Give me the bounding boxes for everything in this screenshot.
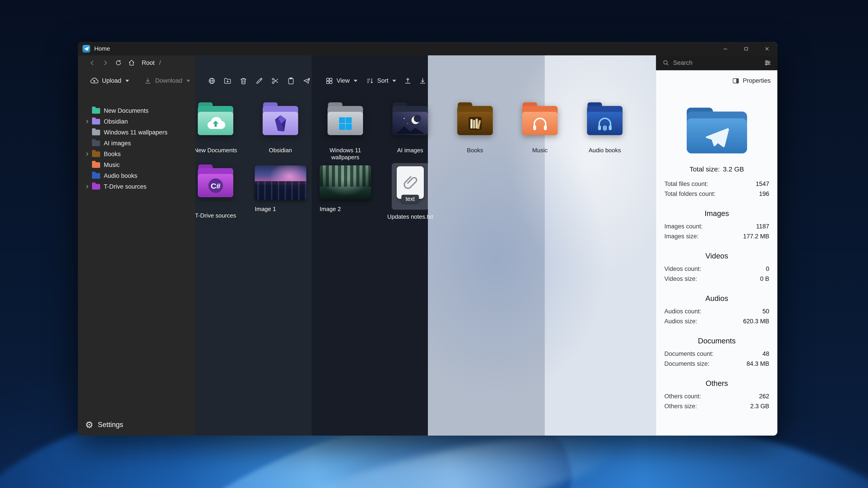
cloud-upload-emblem: [198, 112, 233, 135]
share-link-button[interactable]: [206, 74, 218, 87]
sort-label: Sort: [377, 77, 389, 84]
chevron-right-icon[interactable]: [84, 183, 91, 191]
stat-label: Others size:: [664, 403, 697, 410]
chevron-right-icon[interactable]: [84, 118, 91, 125]
download-button[interactable]: Download: [141, 74, 193, 88]
search-input[interactable]: [673, 59, 764, 66]
sidebar-item-windows-11-wallpapers[interactable]: Windows 11 wallpapers: [78, 127, 195, 138]
obsidian-crystal-emblem: [263, 112, 298, 135]
moon-night-emblem: [393, 112, 428, 135]
section-documents: Documents Documents count:48 Documents s…: [664, 337, 769, 369]
ai-images-folder-icon: [393, 102, 428, 135]
sidebar-item-label: Obsidian: [104, 118, 128, 125]
stat-row: Others size:2.3 GB: [664, 401, 769, 411]
stat-label: Videos count:: [664, 265, 701, 272]
telegram-app-icon: [83, 45, 90, 53]
total-size-label: Total size:: [690, 165, 720, 173]
upload-tasks-button[interactable]: [401, 74, 414, 87]
chevron-right-icon[interactable]: [84, 150, 91, 158]
paste-button[interactable]: [285, 74, 297, 87]
sidebar-item-ai-images[interactable]: AI images: [78, 138, 195, 149]
view-label: View: [337, 77, 350, 84]
download-tasks-button[interactable]: [416, 74, 429, 87]
file-type-badge: text: [401, 195, 418, 203]
tile-image-1[interactable]: Image 1: [248, 163, 313, 220]
stat-value: 0 B: [760, 275, 769, 283]
section-audios: Audios Audios count:50 Audios size:620.3…: [664, 294, 769, 326]
settings-button[interactable]: ⚙ Settings: [85, 420, 123, 429]
upload-button[interactable]: Upload: [87, 74, 132, 88]
csharp-logo-emblem: C#: [198, 174, 233, 197]
folder-plus-icon: [223, 76, 232, 85]
forward-button[interactable]: [99, 57, 112, 69]
refresh-button[interactable]: [112, 57, 125, 69]
stat-label: Documents size:: [664, 360, 710, 367]
tile-books[interactable]: Books: [442, 102, 507, 161]
tile-audio-books[interactable]: Audio books: [572, 102, 637, 161]
send-button[interactable]: [301, 74, 313, 87]
tile-obsidian[interactable]: Obsidian: [248, 102, 313, 161]
paper-plane-icon: [303, 76, 311, 85]
stat-value: 177.2 MB: [743, 233, 769, 240]
stat-label: Others count:: [664, 393, 701, 400]
stat-value: 1187: [756, 223, 769, 230]
tile-label: Audio books: [589, 147, 621, 154]
sidebar-item-new-documents[interactable]: New Documents: [78, 105, 195, 116]
selection-highlight: text: [392, 163, 429, 210]
sidebar-item-label: Music: [104, 162, 120, 168]
filter-sliders-icon[interactable]: [764, 59, 772, 67]
home-button[interactable]: [125, 57, 138, 69]
tile-image-2[interactable]: Image 2: [313, 163, 378, 220]
tile-music[interactable]: Music: [507, 102, 572, 161]
sidebar-item-music[interactable]: Music: [78, 160, 195, 170]
music-folder-icon: [522, 102, 558, 135]
back-button[interactable]: [86, 57, 99, 69]
delete-button[interactable]: [237, 74, 250, 87]
properties-header: Properties: [656, 70, 777, 91]
file-actions-group: [206, 74, 313, 87]
file-toolbar: Upload Download: [78, 70, 656, 91]
stat-value: 2.3 GB: [750, 403, 769, 410]
new-folder-button[interactable]: [221, 74, 234, 87]
total-size: Total size:3.2 GB: [664, 165, 769, 173]
stat-row: Documents size:84.3 MB: [664, 359, 769, 369]
section-images: Images Images count:1187 Images size:177…: [664, 209, 769, 241]
section-others: Others Others count:262 Others size:2.3 …: [664, 379, 769, 411]
sort-icon: [366, 77, 374, 85]
tile-label: Books: [467, 147, 483, 154]
rename-button[interactable]: [253, 74, 266, 87]
svg-text:C#: C#: [211, 182, 221, 190]
maximize-button[interactable]: [736, 42, 756, 55]
minimize-button[interactable]: [715, 42, 736, 55]
sidebar-item-t-drive-sources[interactable]: T-Drive sources: [78, 181, 195, 192]
properties-toggle-button[interactable]: Properties: [732, 77, 771, 85]
sidebar-item-obsidian[interactable]: Obsidian: [78, 116, 195, 127]
side-panel-icon: [732, 77, 740, 85]
globe-link-icon: [208, 76, 216, 85]
view-button[interactable]: View: [322, 74, 361, 87]
sidebar-item-audio-books[interactable]: Audio books: [78, 170, 195, 181]
chevron-down-icon: [393, 80, 396, 82]
upload-label: Upload: [102, 77, 121, 84]
tile-label: Image 1: [255, 205, 276, 213]
stat-row: Total folders count: 196: [664, 189, 769, 199]
sidebar-item-label: Books: [104, 151, 121, 158]
stat-label: Audios count:: [664, 308, 702, 315]
sidebar-item-books[interactable]: Books: [78, 149, 195, 160]
tile-label: New Documents: [194, 147, 237, 154]
chevron-down-icon: [186, 80, 190, 82]
stat-value: 1547: [756, 181, 769, 188]
sort-button[interactable]: Sort: [363, 74, 399, 87]
chevron-down-icon: [125, 80, 129, 82]
stat-label: Total folders count:: [664, 191, 716, 197]
tile-label: Image 2: [320, 205, 341, 213]
tile-updates-notes-txt[interactable]: text Updates notes.txt: [378, 163, 442, 220]
close-button[interactable]: [756, 42, 777, 55]
tile-windows-11-wallpapers[interactable]: Windows 11 wallpapers: [313, 102, 378, 161]
tile-label: Music: [532, 147, 548, 154]
tile-ai-images[interactable]: AI images: [378, 102, 442, 161]
breadcrumb-root[interactable]: Root: [142, 59, 155, 66]
stat-row: Documents count:48: [664, 349, 769, 359]
cut-button[interactable]: [269, 74, 281, 87]
folder-icon: [92, 140, 100, 146]
